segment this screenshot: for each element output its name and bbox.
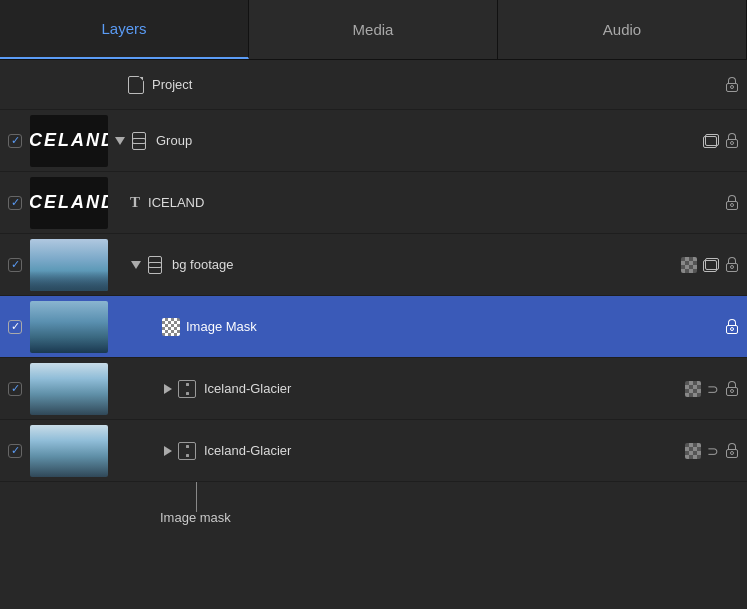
checkmark-glacier2: ✓ [8,444,22,458]
right-icons-bg [681,257,739,273]
thumb-iceland-text-group: ICELAND [30,115,108,167]
lock-icon-group [725,133,739,149]
layer-name-group: Group [156,133,703,148]
layers-panel: Project ✓ ICELAND Group [0,60,747,609]
lock-top [728,77,736,83]
lock-icon [725,77,739,93]
lock-hole [730,85,734,89]
right-icons-mask [725,319,739,335]
lock-icon-mask [725,319,739,335]
layer-row-iceland-text[interactable]: ✓ ICELAND T ICELAND [0,172,747,234]
callout-container: Image mask [0,482,747,532]
callout-label: Image mask [160,510,231,525]
group-icon-bg-right [703,258,719,272]
expand-icon-glacier2[interactable] [162,444,176,458]
layer-row-image-mask[interactable]: ✓ Image Mask [0,296,747,358]
thumb-bg [30,239,108,291]
checkmark-mask: ✓ [8,320,22,334]
mosaic-icon-glacier2 [685,443,701,459]
checkmark-bg: ✓ [8,258,22,272]
group-icon-right [703,134,719,148]
tri-right-glacier1 [164,384,172,394]
thumb-empty-project [30,60,108,111]
group-icon-bg [146,256,164,274]
row-content-bg: bg footage [130,256,681,274]
tab-layers[interactable]: Layers [0,0,249,59]
right-icons-project [725,77,739,93]
chain-icon-glacier1: ⊃ [707,381,719,397]
layer-name-iceland: ICELAND [148,195,725,210]
thumb-group: ICELAND [30,115,108,167]
thumb-glacier2 [30,425,108,477]
thumb-glacier1 [30,363,108,415]
tab-bar: Layers Media Audio [0,0,747,60]
layer-row-bg-footage[interactable]: ✓ bg footage [0,234,747,296]
right-icons-glacier2: ⊃ [685,443,739,459]
layer-name-mask: Image Mask [186,319,725,334]
layer-row-glacier-1[interactable]: ✓ Iceland-Glacier ⊃ [0,358,747,420]
check-area-glacier2[interactable]: ✓ [0,444,30,458]
lock-icon-glacier1 [725,381,739,397]
right-icons-group [703,133,739,149]
thumb-glacier2-image [30,425,108,477]
layer-row-glacier-2[interactable]: ✓ Iceland-Glacier ⊃ [0,420,747,482]
lock-icon-glacier2 [725,443,739,459]
mosaic-icon-glacier1 [685,381,701,397]
row-content-project: Project [108,76,725,94]
doc-icon [128,76,144,94]
checker-icon-mask [162,318,180,336]
right-icons-glacier1: ⊃ [685,381,739,397]
layer-row-project[interactable]: Project [0,60,747,110]
check-area-mask[interactable]: ✓ [0,320,30,334]
row-content-group: Group [114,132,703,150]
thumb-bg-image [30,239,108,291]
expand-icon-glacier1[interactable] [162,382,176,396]
checkmark-glacier1: ✓ [8,382,22,396]
lock-icon-bg [725,257,739,273]
checkmark-iceland: ✓ [8,196,22,210]
chain-icon-glacier2: ⊃ [707,443,719,459]
thumb-mask-image [30,301,108,353]
row-content-iceland: T ICELAND [114,194,725,211]
thumb-mask [30,301,108,353]
layer-name-project: Project [152,77,725,92]
row-content-glacier2: Iceland-Glacier [162,442,685,460]
mosaic-icon-bg [681,257,697,273]
layer-name-glacier1: Iceland-Glacier [204,381,685,396]
thumb-glacier1-image [30,363,108,415]
tab-media[interactable]: Media [249,0,498,59]
callout-line [196,482,197,512]
T-icon: T [130,194,140,211]
layer-name-bg: bg footage [172,257,681,272]
thumb-iceland: ICELAND [30,177,108,229]
check-area-group[interactable]: ✓ [0,134,30,148]
expand-icon-group[interactable] [114,134,128,148]
layer-row-group[interactable]: ✓ ICELAND Group [0,110,747,172]
tri-right-glacier2 [164,446,172,456]
layer-name-glacier2: Iceland-Glacier [204,443,685,458]
row-content-mask: Image Mask [146,318,725,336]
check-area-iceland[interactable]: ✓ [0,196,30,210]
check-area-bg[interactable]: ✓ [0,258,30,272]
check-area-glacier1[interactable]: ✓ [0,382,30,396]
tri-down-icon [115,137,125,145]
film-icon-glacier2 [178,442,196,460]
right-icons-iceland [725,195,739,211]
tri-down-bg [131,261,141,269]
row-content-glacier1: Iceland-Glacier [162,380,685,398]
thumb-iceland-text: ICELAND [30,177,108,229]
expand-icon-bg[interactable] [130,258,144,272]
group-icon-group [130,132,148,150]
lock-body [726,83,738,92]
film-icon-glacier1 [178,380,196,398]
checkmark-group: ✓ [8,134,22,148]
tab-audio[interactable]: Audio [498,0,747,59]
lock-icon-iceland [725,195,739,211]
